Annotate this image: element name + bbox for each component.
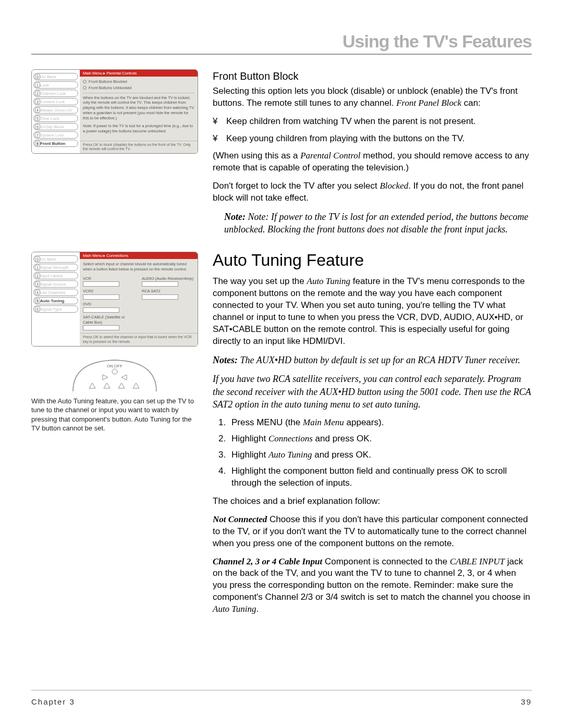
menu2-body: Select which input or channel should be … — [80, 259, 198, 333]
menu1-sidebar: 0Go Back1Lock2Channel Lock3Content Lock4… — [32, 70, 80, 153]
field-vcr2: VCR2 — [83, 289, 136, 294]
field-satcable: SAT-CABLE (Satellite or Cable Box) — [83, 315, 136, 325]
field-rcasat2: RCA SAT2 — [142, 289, 194, 294]
footer-rule — [31, 690, 532, 690]
channel-cable-input: Channel 2, 3 or 4 Cable Input Component … — [213, 556, 532, 616]
menu-item: 1Signal Strength — [33, 264, 78, 271]
menu1-note: Note: If power to the TV is lost for a p… — [83, 124, 194, 134]
field-vcr: VCR — [83, 276, 136, 281]
fbb-heading: Front Button Block — [213, 69, 532, 83]
field-dvd: DVD — [83, 302, 136, 307]
menu1-explain: When the buttons on the TV are blocked a… — [83, 95, 194, 121]
page-footer: Chapter 3 39 — [31, 697, 532, 706]
menu-item: 5Time Lock — [33, 115, 78, 122]
svg-marker-1 — [103, 375, 108, 380]
fbb-p2: (When using this as a Parental Control m… — [213, 150, 532, 174]
menu2-sidebar: 0Go Back1Signal Strength2Input Labels3Si… — [32, 252, 80, 346]
menu-item: 2Channel Lock — [33, 90, 78, 97]
svg-marker-3 — [89, 383, 95, 388]
content-columns: 0Go Back1Lock2Channel Lock3Content Lock4… — [31, 69, 532, 622]
field-audio: AUDIO (Audio Receiver/Amp) — [142, 276, 194, 281]
menu-item: 1Lock — [33, 81, 78, 89]
step-4: Highlight the component button ﬁeld and … — [228, 465, 532, 489]
menu-item: 8Front Button Block — [33, 140, 78, 147]
menu1-footer: Press OK to block (disable) the buttons … — [80, 141, 198, 154]
menu-item: 0Go Back — [33, 255, 78, 263]
menu-item: 4Always Show US — [33, 106, 78, 114]
menu1-body: Front Buttons Blocked Front Buttons Unbl… — [80, 77, 198, 141]
auto-tuning-heading: Auto Tuning Feature — [213, 249, 532, 272]
at-p1: The way you set up the Auto Tuning featu… — [213, 276, 532, 348]
footer-right: 39 — [521, 697, 532, 706]
menu-item: 0Go Back — [33, 73, 78, 80]
fbb-bullet-1: ¥Keep children from watching TV when the… — [213, 116, 532, 128]
svg-marker-4 — [104, 383, 110, 388]
menu-connections: 0Go Back1Signal Strength2Input Labels3Si… — [31, 252, 198, 347]
menu-item: 6V-Chip Block — [33, 123, 78, 130]
menu2-footer: Press OK to select the channel or input … — [80, 333, 198, 346]
menu1-radio-unblocked: Front Buttons Unblocked — [89, 85, 132, 91]
remote-svg: ON OFF — [70, 356, 159, 392]
step-3: Highlight Auto Tuning and press OK. — [228, 449, 532, 461]
menu-item: 3Signal Source — [33, 280, 78, 288]
menu-item: 4List Channels — [33, 289, 78, 296]
svg-point-0 — [112, 369, 117, 374]
page-header-title: Using the TV's Features — [31, 31, 532, 54]
menu-parental-controls: 0Go Back1Lock2Channel Lock3Content Lock4… — [31, 69, 198, 154]
menu-item: 5Auto Tuning — [33, 297, 78, 304]
choices-intro: The choices and a brief explanation foll… — [213, 496, 532, 508]
header-rule — [31, 54, 532, 55]
menu-item: 3Content Lock — [33, 98, 78, 105]
step-1: Press MENU (the Main Menu appears). — [228, 417, 532, 429]
not-connected: Not Connected Choose this if you don't h… — [213, 514, 532, 550]
menu1-radio-blocked: Front Buttons Blocked — [89, 79, 127, 84]
svg-marker-6 — [133, 383, 139, 388]
menu2-titlebar: Main Menu ▸ Connections — [80, 252, 198, 259]
svg-marker-5 — [118, 383, 125, 388]
menu-item: 2Input Labels — [33, 272, 78, 279]
fbb-note: Note: Note: If power to the TV is lost f… — [224, 211, 532, 236]
svg-marker-2 — [121, 375, 127, 380]
menu1-titlebar: Main Menu ▸ Parental Controls — [80, 70, 198, 77]
onoff-label: ON OFF — [107, 364, 123, 368]
menu-item: 7System Lock — [33, 131, 78, 139]
fbb-p1: Selecting this option lets you block (di… — [213, 85, 532, 109]
at-note1: Notes: Notes: The AUX•HD button by defau… — [213, 354, 532, 366]
at-steps: Press MENU (the Main Menu appears). High… — [228, 417, 532, 489]
footer-left: Chapter 3 — [31, 697, 75, 706]
menu2-intro: Select which input or channel should be … — [83, 262, 194, 272]
fbb-p3: Don't forget to lock the TV after you se… — [213, 180, 532, 204]
step-2: Highlight Connections and press OK. — [228, 433, 532, 445]
remote-diagram: ON OFF With the Auto Tuning feature, you… — [31, 356, 198, 433]
menu-item: 6Signal Type — [33, 305, 78, 313]
fbb-bullet-2: ¥Keep young children from playing with t… — [213, 133, 532, 145]
at-note2: If you have two RCA satellite receivers,… — [213, 373, 532, 411]
left-column: 0Go Back1Lock2Channel Lock3Content Lock4… — [31, 69, 198, 622]
right-column: Front Button Block Selecting this option… — [213, 69, 532, 622]
remote-caption: With the Auto Tuning feature, you can se… — [31, 397, 198, 433]
